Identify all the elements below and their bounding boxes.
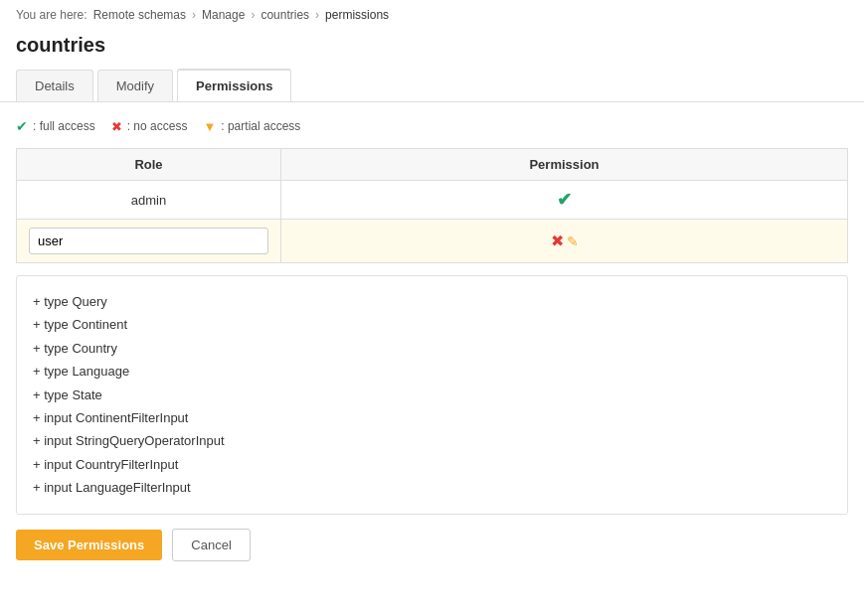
main-content: ✔ : full access ✖ : no access ▼ : partia… [0, 102, 864, 577]
legend-partial-access-label: : partial access [221, 119, 300, 133]
schema-item-7: + input CountryFilterInput [33, 453, 831, 476]
col-header-permission: Permission [281, 149, 848, 181]
tabs-bar: Details Modify Permissions [0, 69, 864, 102]
edit-pencil-icon[interactable]: ✎ [567, 233, 579, 249]
permission-cell-user: ✖ ✎ [281, 220, 848, 263]
table-row: ✖ ✎ [17, 220, 848, 263]
schema-item-6: + input StringQueryOperatorInput [33, 429, 831, 452]
table-row: admin ✔ [17, 181, 848, 220]
breadcrumb-sep-1: › [192, 8, 196, 22]
cancel-button[interactable]: Cancel [172, 529, 250, 561]
no-access-icons: ✖ ✎ [551, 231, 579, 250]
page-title: countries [0, 30, 864, 69]
schema-item-1: + type Continent [33, 313, 831, 336]
col-header-role: Role [17, 149, 281, 181]
legend-full-access-label: : full access [33, 119, 95, 133]
schema-item-2: + type Country [33, 337, 831, 360]
save-permissions-button[interactable]: Save Permissions [16, 530, 162, 560]
legend-no-access-label: : no access [127, 119, 188, 133]
permissions-table: Role Permission admin ✔ ✖ ✎ [16, 148, 848, 263]
legend-no-access: ✖ : no access [111, 119, 188, 134]
cross-icon: ✖ [111, 119, 122, 134]
tab-modify[interactable]: Modify [97, 70, 173, 101]
filter-icon: ▼ [203, 119, 216, 134]
schema-item-3: + type Language [33, 360, 831, 383]
legend-full-access: ✔ : full access [16, 118, 95, 134]
breadcrumb-permissions: permissions [325, 8, 389, 22]
tab-details[interactable]: Details [16, 70, 93, 101]
action-buttons: Save Permissions Cancel [16, 529, 848, 561]
role-cell-admin: admin [17, 181, 281, 220]
legend: ✔ : full access ✖ : no access ▼ : partia… [16, 118, 848, 134]
breadcrumb-sep-2: › [251, 8, 255, 22]
permission-cell-admin: ✔ [281, 181, 848, 220]
schema-item-0: + type Query [33, 290, 831, 313]
no-access-x-icon: ✖ [551, 231, 564, 250]
schema-panel: + type Query + type Continent + type Cou… [16, 275, 848, 515]
schema-item-4: + type State [33, 384, 831, 406]
role-input-user[interactable] [29, 228, 268, 254]
tab-permissions[interactable]: Permissions [177, 69, 291, 101]
full-access-icon: ✔ [557, 190, 572, 210]
legend-partial-access: ▼ : partial access [203, 119, 300, 134]
breadcrumb-sep-3: › [315, 8, 319, 22]
breadcrumb-remote-schemas[interactable]: Remote schemas [93, 8, 186, 22]
role-cell-user [17, 220, 281, 263]
breadcrumb-prefix: You are here: [16, 8, 87, 22]
breadcrumb-countries[interactable]: countries [260, 8, 309, 22]
check-icon: ✔ [16, 118, 28, 134]
schema-item-5: + input ContinentFilterInput [33, 406, 831, 429]
schema-item-8: + input LanguageFilterInput [33, 476, 831, 499]
breadcrumb-manage[interactable]: Manage [202, 8, 245, 22]
breadcrumb: You are here: Remote schemas › Manage › … [0, 0, 864, 30]
